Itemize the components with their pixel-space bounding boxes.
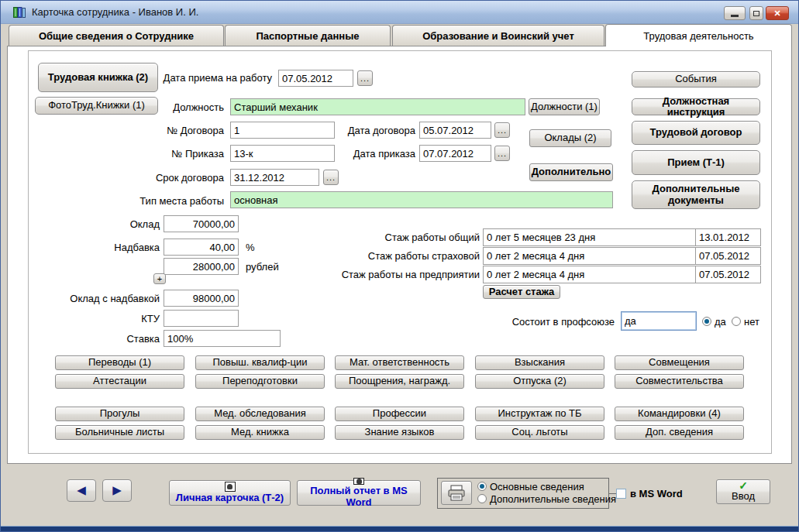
medical-book-button[interactable]: Мед. книжка: [195, 425, 325, 440]
hire-date-browse-button[interactable]: ...: [357, 70, 373, 86]
rewards-button[interactable]: Поощрения, награжд.: [335, 374, 464, 389]
contract-term-browse-button[interactable]: ...: [323, 170, 339, 185]
rate-label: Ставка: [16, 333, 160, 345]
languages-button[interactable]: Знание языков: [335, 425, 464, 440]
union-no-radio[interactable]: [732, 317, 741, 326]
salaries-button[interactable]: Оклады (2): [529, 129, 611, 147]
order-no-field[interactable]: [230, 145, 335, 162]
additional-documents-button[interactable]: Дополнительные документы: [632, 180, 760, 209]
attestations-button[interactable]: Аттестации: [55, 374, 184, 389]
positions-button[interactable]: Должности (1): [529, 98, 600, 115]
absences-button[interactable]: Прогулы: [55, 407, 184, 421]
experience-insurance-date-field[interactable]: [695, 247, 761, 265]
minimize-icon: [731, 15, 739, 17]
tab-education-military[interactable]: Образование и Воинский учет: [392, 25, 604, 46]
experience-total-date-field[interactable]: [695, 228, 761, 246]
safety-briefing-button[interactable]: Инструктаж по ТБ: [475, 407, 604, 421]
combined-posts-button[interactable]: Совмещения: [615, 355, 744, 370]
retraining-button[interactable]: Переподготовки: [195, 374, 325, 389]
previous-record-button[interactable]: ◀: [67, 479, 96, 502]
events-button[interactable]: События: [632, 71, 760, 88]
tab-general-info[interactable]: Общие сведения о Сотруднике: [9, 25, 224, 46]
maximize-icon: [753, 11, 759, 16]
ktu-field[interactable]: [164, 310, 239, 327]
hire-date-field[interactable]: [278, 70, 353, 87]
check-icon: ✓: [739, 481, 748, 490]
enter-button[interactable]: ✓ Ввод: [716, 479, 770, 504]
close-button[interactable]: ✕: [766, 6, 789, 20]
main-info-radio-label: Основные сведения: [490, 481, 584, 493]
tab-work-activity[interactable]: Трудовая деятельность: [605, 24, 792, 46]
medical-examinations-button[interactable]: Мед. обследования: [195, 407, 325, 421]
arrow-left-icon: ◀: [77, 484, 86, 497]
union-field[interactable]: [621, 311, 697, 331]
plus-icon: +: [157, 274, 162, 283]
qualification-upgrade-button[interactable]: Повыш. квалиф-ции: [195, 355, 325, 370]
ellipsis-icon: ...: [326, 173, 336, 182]
secondary-jobs-button[interactable]: Совместительства: [615, 374, 744, 389]
experience-insurance-field[interactable]: [483, 247, 696, 265]
bonus-label: Надбавка: [16, 242, 160, 253]
personal-card-t2-button[interactable]: Личная карточка (Т-2): [169, 480, 291, 506]
arrow-right-icon: ▶: [112, 484, 122, 497]
print-button[interactable]: [441, 481, 472, 505]
rate-field[interactable]: [164, 330, 281, 347]
order-date-browse-button[interactable]: ...: [494, 146, 510, 161]
contract-date-browse-button[interactable]: ...: [494, 122, 510, 138]
union-no-label: нет: [744, 316, 759, 328]
material-responsibility-button[interactable]: Мат. ответственность: [335, 355, 464, 370]
ellipsis-icon: ...: [498, 149, 507, 158]
order-date-field[interactable]: [419, 145, 491, 162]
minimize-button[interactable]: [724, 6, 746, 20]
contract-date-label: Дата договора: [334, 125, 415, 136]
vacations-button[interactable]: Отпуска (2): [475, 374, 604, 389]
employment-contract-button[interactable]: Трудовой договор: [632, 121, 760, 145]
window-border-bottom: [1, 527, 798, 531]
contract-date-field[interactable]: [419, 122, 491, 139]
business-trips-button[interactable]: Командировки (4): [615, 407, 744, 421]
union-yes-label: да: [715, 316, 726, 328]
work-type-field[interactable]: [230, 191, 613, 208]
contract-term-field[interactable]: [230, 169, 319, 186]
contract-no-field[interactable]: [230, 122, 335, 139]
order-no-label: № Приказа: [78, 148, 224, 160]
calc-experience-button[interactable]: Расчет стажа: [483, 285, 560, 299]
transfers-button[interactable]: Переводы (1): [55, 355, 184, 370]
salary-with-bonus-field[interactable]: [164, 290, 239, 307]
additional-info-button[interactable]: Доп. сведения: [615, 425, 744, 440]
experience-total-field[interactable]: [483, 228, 696, 246]
additional-button[interactable]: Дополнительно: [529, 163, 613, 181]
professions-button[interactable]: Профессии: [335, 407, 464, 421]
salary-with-bonus-label: Оклад с надбавкой: [16, 293, 160, 304]
main-info-radio[interactable]: [477, 482, 487, 491]
union-yes-radio[interactable]: [702, 317, 711, 326]
penalties-button[interactable]: Взыскания: [475, 355, 604, 370]
job-description-button[interactable]: Должностная инструкция: [632, 98, 760, 115]
books-icon: [13, 6, 26, 19]
tab-passport-data[interactable]: Паспортные данные: [225, 25, 391, 46]
sick-leaves-button[interactable]: Больничные листы: [55, 425, 184, 440]
experience-company-field[interactable]: [483, 266, 696, 283]
contract-term-label: Срок договора: [78, 172, 224, 184]
window-title: Карточка сотрудника - Иванов И. И.: [32, 6, 198, 18]
maximize-button[interactable]: [749, 6, 763, 20]
full-report-word-button[interactable]: Полный отчет в MS Word: [297, 480, 421, 506]
add-bonus-button[interactable]: +: [153, 273, 166, 284]
next-record-button[interactable]: ▶: [102, 479, 132, 502]
document-icon: [225, 482, 236, 492]
ktu-label: КТУ: [16, 313, 160, 324]
work-type-label: Тип места работы: [78, 195, 224, 207]
contract-no-label: № Договора: [78, 125, 224, 136]
position-field[interactable]: [230, 98, 525, 115]
title-bar[interactable]: Карточка сотрудника - Иванов И. И. ✕: [1, 1, 798, 24]
word-checkbox[interactable]: [616, 489, 626, 499]
union-label: Состоит в профсоюзе: [466, 316, 615, 328]
salary-field[interactable]: [164, 215, 239, 232]
hiring-t1-button[interactable]: Прием (Т-1): [632, 150, 760, 175]
social-benefits-button[interactable]: Соц. льготы: [475, 425, 604, 440]
additional-info-radio[interactable]: [477, 494, 487, 503]
printer-icon: [446, 485, 467, 502]
experience-company-date-field[interactable]: [695, 266, 761, 283]
ellipsis-icon: ...: [498, 125, 507, 135]
employee-card-window: Карточка сотрудника - Иванов И. И. ✕ Общ…: [0, 0, 799, 532]
